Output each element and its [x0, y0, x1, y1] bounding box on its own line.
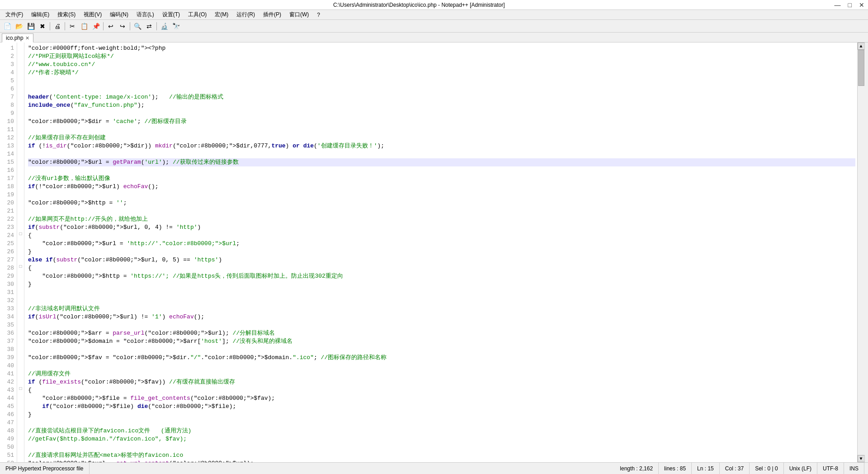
- code-line-49[interactable]: //getFav($http.$domain."/favicon.ico", $…: [28, 435, 855, 443]
- code-line-20[interactable]: "color:#8b0000;">$http = '';: [28, 199, 855, 207]
- code-line-15[interactable]: "color:#8b0000;">$url = getParam('url');…: [28, 158, 855, 166]
- code-line-30[interactable]: }: [28, 280, 855, 289]
- code-line-3[interactable]: //*www.toubico.cn*/: [28, 61, 855, 69]
- code-line-26[interactable]: }: [28, 248, 855, 256]
- code-line-39[interactable]: "color:#8b0000;">$fav = "color:#8b0000;"…: [28, 354, 855, 362]
- open-button[interactable]: 📂: [14, 21, 24, 31]
- code-line-47[interactable]: [28, 419, 855, 427]
- zoom-in-button[interactable]: 🔬: [159, 21, 170, 31]
- code-line-1[interactable]: "color:#0000ff;font-weight:bold;"><?php: [28, 44, 855, 52]
- menu-item-p[interactable]: 插件(P): [259, 10, 285, 19]
- redo-button[interactable]: ↪: [117, 21, 128, 31]
- code-line-32[interactable]: [28, 297, 855, 305]
- code-line-23[interactable]: if(substr("color:#8b0000;">$url, 0, 4) !…: [28, 223, 855, 232]
- code-line-51[interactable]: //直接请求目标网址并匹配<meta>标签中的favicon.ico: [28, 451, 855, 460]
- fold-marker-24[interactable]: □: [17, 230, 24, 238]
- code-line-4[interactable]: //*作者:苏晓晴*/: [28, 69, 855, 77]
- line-number-6: 6: [0, 85, 17, 93]
- menu-item-t[interactable]: 设置(T): [159, 10, 184, 19]
- print-button[interactable]: 🖨: [52, 21, 63, 31]
- menu-item-o[interactable]: 工具(O): [184, 10, 210, 19]
- tab-ico-php[interactable]: ico.php ✕: [2, 33, 33, 43]
- code-line-8[interactable]: include_once("fav_function.php");: [28, 101, 855, 109]
- code-line-29[interactable]: "color:#8b0000;">$http = 'https://'; //如…: [28, 272, 855, 280]
- zoom-out-button[interactable]: 🔭: [170, 21, 181, 31]
- fold-marker-31: [17, 287, 24, 295]
- code-line-50[interactable]: [28, 443, 855, 451]
- close-file-button[interactable]: ✖: [37, 21, 48, 31]
- menu-item-v[interactable]: 视图(V): [80, 10, 105, 19]
- code-line-36[interactable]: "color:#8b0000;">$arr = parse_url("color…: [28, 329, 855, 337]
- undo-button[interactable]: ↩: [105, 21, 116, 31]
- copy-button[interactable]: 📋: [79, 21, 90, 31]
- new-button[interactable]: 📄: [2, 21, 13, 31]
- code-line-31[interactable]: [28, 289, 855, 297]
- code-line-19[interactable]: [28, 191, 855, 199]
- fold-marker-43[interactable]: □: [17, 384, 24, 393]
- code-line-7[interactable]: header('Content-type: image/x-icon'); //…: [28, 93, 855, 101]
- code-line-21[interactable]: [28, 207, 855, 215]
- code-line-41[interactable]: //调用缓存文件: [28, 370, 855, 378]
- code-line-13[interactable]: if (!is_dir("color:#8b0000;">$dir)) mkdi…: [28, 142, 855, 150]
- menu-item-s[interactable]: 搜索(S): [54, 10, 79, 19]
- replace-button[interactable]: ⇄: [144, 21, 155, 31]
- fold-marker-32: [17, 295, 24, 303]
- code-line-28[interactable]: {: [28, 264, 855, 272]
- status-sel: Sel : 0 | 0: [750, 463, 783, 474]
- scrollbar-down-button[interactable]: ▼: [858, 455, 865, 462]
- code-line-40[interactable]: [28, 362, 855, 370]
- menu-item-[interactable]: ?: [313, 11, 324, 19]
- find-button[interactable]: 🔍: [132, 21, 143, 31]
- menu-item-l[interactable]: 语言(L): [133, 10, 158, 19]
- code-line-16[interactable]: [28, 166, 855, 175]
- fold-marker-10: [17, 116, 24, 124]
- code-line-43[interactable]: {: [28, 386, 855, 394]
- code-line-42[interactable]: if (file_exists("color:#8b0000;">$fav)) …: [28, 378, 855, 386]
- scrollbar-up-button[interactable]: ▲: [858, 43, 865, 50]
- code-line-10[interactable]: "color:#8b0000;">$dir = 'cache'; //图标缓存目…: [28, 118, 855, 126]
- code-line-9[interactable]: [28, 109, 855, 118]
- code-line-17[interactable]: //没有url参数，输出默认图像: [28, 175, 855, 183]
- code-line-33[interactable]: //非法域名时调用默认文件: [28, 305, 855, 313]
- cut-button[interactable]: ✂: [67, 21, 78, 31]
- code-line-48[interactable]: //直接尝试站点根目录下的favicon.ico文件 (通用方法): [28, 427, 855, 435]
- fold-marker-1: [17, 43, 24, 51]
- code-line-18[interactable]: if(!"color:#8b0000;">$url) echoFav();: [28, 183, 855, 191]
- save-button[interactable]: 💾: [25, 21, 36, 31]
- fold-marker-50: [17, 441, 24, 450]
- menu-item-r[interactable]: 运行(R): [233, 10, 259, 19]
- code-content[interactable]: "color:#0000ff;font-weight:bold;"><?php/…: [24, 43, 857, 462]
- code-line-11[interactable]: [28, 126, 855, 134]
- code-line-12[interactable]: //如果缓存目录不存在则创建: [28, 134, 855, 142]
- fold-marker-14: [17, 148, 24, 156]
- scrollbar-thumb[interactable]: [858, 50, 864, 86]
- tab-close-button[interactable]: ✕: [25, 35, 29, 41]
- code-line-34[interactable]: if(isUrl("color:#8b0000;">$url) != '1') …: [28, 313, 855, 321]
- fold-marker-41: [17, 368, 24, 376]
- fold-marker-28[interactable]: □: [17, 262, 24, 270]
- code-line-46[interactable]: }: [28, 411, 855, 419]
- code-line-35[interactable]: [28, 321, 855, 329]
- maximize-button[interactable]: □: [848, 1, 852, 9]
- minimize-button[interactable]: —: [835, 1, 841, 9]
- code-line-25[interactable]: "color:#8b0000;">$url = 'http://'."color…: [28, 240, 855, 248]
- menu-item-w[interactable]: 窗口(W): [286, 10, 312, 19]
- code-line-45[interactable]: if("color:#8b0000;">$file) die("color:#8…: [28, 403, 855, 411]
- menu-item-n[interactable]: 编码(N): [106, 10, 132, 19]
- paste-button[interactable]: 📌: [90, 21, 101, 31]
- close-button[interactable]: ✕: [859, 1, 864, 9]
- menu-item-e[interactable]: 编辑(E): [28, 10, 53, 19]
- menu-item-f[interactable]: 文件(F): [2, 10, 27, 19]
- code-line-38[interactable]: [28, 346, 855, 354]
- code-line-27[interactable]: else if(substr("color:#8b0000;">$url, 0,…: [28, 256, 855, 264]
- code-line-5[interactable]: [28, 77, 855, 85]
- scrollbar-track[interactable]: [858, 50, 865, 455]
- menu-item-m[interactable]: 宏(M): [211, 10, 232, 19]
- code-line-37[interactable]: "color:#8b0000;">$domain = "color:#8b000…: [28, 337, 855, 346]
- code-line-2[interactable]: //*PHP正则获取网站Ico站标*/: [28, 52, 855, 61]
- code-line-44[interactable]: "color:#8b0000;">$file = file_get_conten…: [28, 394, 855, 403]
- code-line-6[interactable]: [28, 85, 855, 93]
- code-line-14[interactable]: [28, 150, 855, 158]
- code-line-24[interactable]: {: [28, 232, 855, 240]
- code-line-22[interactable]: //如果网页不是http://开头的，就给他加上: [28, 215, 855, 223]
